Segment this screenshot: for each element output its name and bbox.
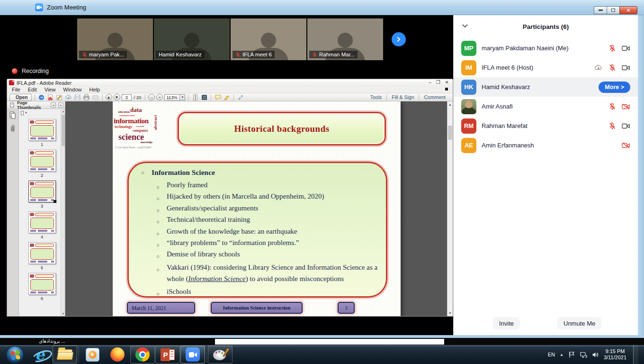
- menu-item[interactable]: Help: [89, 87, 100, 92]
- participant-row[interactable]: AE Amin Erfanmanesh: [454, 136, 638, 155]
- chrome-icon[interactable]: [130, 346, 155, 364]
- save-icon[interactable]: [74, 94, 81, 101]
- resize-handle-icon[interactable]: [237, 94, 244, 101]
- zoom-taskbar-icon[interactable]: [180, 346, 205, 364]
- clock[interactable]: 9:15 PM 3/11/2021: [604, 348, 626, 361]
- paint-icon[interactable]: [208, 346, 233, 364]
- slide-page: education data communication information…: [113, 101, 401, 316]
- menu-item[interactable]: View: [45, 87, 56, 92]
- stock-photo-caption: © Can Stock Photo - csp20722897: [115, 146, 152, 149]
- mic-muted-icon: [312, 52, 317, 57]
- zoom-level-caret[interactable]: ▼: [180, 94, 185, 100]
- print-icon[interactable]: [83, 94, 90, 101]
- participant-row[interactable]: HK Hamid Keshavarz More >: [454, 77, 638, 97]
- person-silhouette-head: [107, 33, 123, 48]
- fill-sign-tab[interactable]: Fill & Sign: [387, 94, 419, 100]
- thumbnail-image: [28, 211, 56, 233]
- thumbnail-options-icon[interactable]: ▼: [21, 110, 27, 115]
- adobe-window-title: IFLA.pdf - Adobe Reader: [17, 80, 72, 86]
- hidden-icons-arrow[interactable]: ▲: [560, 353, 564, 357]
- next-page-button[interactable]: ▼: [114, 94, 120, 100]
- thumbnails-scrollbar[interactable]: ▲▼: [61, 109, 65, 316]
- cloud-upload-icon[interactable]: [65, 94, 72, 101]
- sidebar-expand-button[interactable]: ▸: [58, 102, 63, 108]
- zoom-titlebar[interactable]: Zoom Meeting ✕: [0, 0, 644, 15]
- participant-name: Rahman Marefat: [482, 122, 528, 129]
- save-as-icon[interactable]: [38, 94, 45, 101]
- adobe-minimize-button[interactable]: –: [429, 80, 431, 85]
- menu-overflow-icon[interactable]: [445, 88, 448, 91]
- video-tile[interactable]: IFLA meet 6: [231, 18, 306, 60]
- participant-row[interactable]: RM Rahman Marefat: [454, 116, 638, 136]
- menu-item[interactable]: Edit: [28, 87, 37, 92]
- thumbnail-page-number: 6: [25, 296, 59, 301]
- adobe-restore-button[interactable]: ❐: [436, 80, 440, 85]
- video-tile[interactable]: Hamid Keshavarz: [154, 18, 230, 60]
- video-tile[interactable]: maryam Pak...: [77, 18, 153, 60]
- background-window-box: [215, 339, 444, 345]
- cloud-recording-icon: [594, 64, 603, 72]
- participant-name: maryam Pak...: [89, 52, 124, 57]
- next-videos-button[interactable]: [392, 32, 406, 46]
- page-thumbnail[interactable]: 1: [25, 119, 59, 147]
- export-pdf-icon[interactable]: [47, 94, 54, 101]
- full-screen-icon[interactable]: [200, 94, 208, 101]
- attachments-paperclip-icon[interactable]: [9, 125, 16, 132]
- close-button[interactable]: ✕: [619, 6, 637, 14]
- camera-off-icon: [622, 103, 630, 110]
- sidebar-collapse-button[interactable]: ◂: [51, 102, 56, 108]
- tools-tab[interactable]: Tools: [366, 94, 387, 100]
- page-number-input[interactable]: 3: [122, 94, 132, 100]
- show-desktop-button[interactable]: [633, 345, 638, 364]
- page-thumbnail[interactable]: 2: [25, 150, 59, 178]
- adobe-toolbar: Open ▲ ▼ 3 / 20: [7, 93, 453, 101]
- start-button[interactable]: [2, 346, 27, 364]
- page-thumbnail[interactable]: 6: [25, 273, 59, 301]
- page-thumbnails-icon[interactable]: [9, 111, 16, 119]
- network-icon[interactable]: [580, 351, 587, 358]
- participant-row[interactable]: Amir Asnafi: [454, 97, 638, 116]
- internet-explorer-icon[interactable]: e: [27, 346, 52, 364]
- scroll-mode-icon[interactable]: [191, 94, 199, 101]
- action-center-flag-icon[interactable]: [568, 351, 575, 358]
- participant-row[interactable]: IM IFLA meet 6 (Host): [454, 58, 638, 77]
- windows-explorer-icon[interactable]: [53, 346, 77, 364]
- comment-tab[interactable]: Comment: [419, 94, 450, 100]
- zoom-in-button[interactable]: +: [156, 94, 163, 100]
- adobe-titlebar[interactable]: IFLA.pdf - Adobe Reader – ❐ ✕: [7, 79, 453, 86]
- email-icon[interactable]: [92, 94, 99, 101]
- taskbar: e P EN ▲ 9:15 PM 3/11/2021: [0, 345, 644, 364]
- volume-icon[interactable]: [592, 351, 599, 358]
- unmute-me-button[interactable]: Unmute Me: [557, 317, 601, 329]
- menu-item[interactable]: Window: [63, 87, 81, 92]
- zoom-out-button[interactable]: –: [148, 94, 155, 100]
- highlight-pen-icon[interactable]: [223, 94, 231, 101]
- menu-item[interactable]: File: [12, 87, 20, 92]
- language-indicator[interactable]: EN: [548, 352, 555, 357]
- more-button[interactable]: More >: [599, 82, 630, 93]
- open-button[interactable]: Open: [9, 94, 32, 101]
- page-thumbnail[interactable]: 3: [25, 181, 59, 209]
- page-thumbnail[interactable]: 4: [25, 211, 59, 239]
- camera-off-icon: [622, 142, 630, 149]
- firefox-icon[interactable]: [105, 346, 130, 364]
- video-tile[interactable]: Rahman Mar...: [307, 18, 383, 60]
- avatar: AE: [461, 138, 476, 153]
- adobe-close-button[interactable]: ✕: [445, 80, 449, 85]
- comment-bubble-icon[interactable]: [214, 94, 222, 101]
- zoom-level-select[interactable]: 113%: [164, 94, 180, 100]
- chevron-down-icon[interactable]: [462, 24, 468, 28]
- media-player-icon[interactable]: [80, 346, 105, 364]
- maximize-button[interactable]: [607, 6, 619, 14]
- invite-button[interactable]: Invite: [493, 317, 520, 329]
- powerpoint-icon[interactable]: P: [155, 346, 180, 364]
- document-scrollbar[interactable]: ▲▼: [447, 101, 453, 316]
- meeting-stage: maryam Pak... Hamid Keshavarz: [0, 15, 453, 335]
- participant-name-tag: Rahman Mar...: [309, 51, 358, 58]
- previous-page-button[interactable]: ▲: [106, 94, 112, 100]
- minimize-button[interactable]: [594, 6, 607, 14]
- recording-indicator: Recording: [12, 68, 49, 74]
- sign-icon[interactable]: [56, 94, 63, 101]
- participant-row[interactable]: MP maryam Pakdaman Naeini (Me): [454, 38, 638, 58]
- page-thumbnail[interactable]: 5: [25, 242, 59, 270]
